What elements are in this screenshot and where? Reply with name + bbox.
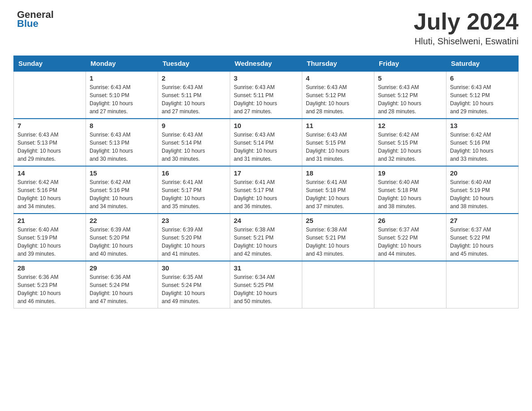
logo-blue-text: Blue [17, 18, 54, 30]
day-info: Sunrise: 6:43 AMSunset: 5:14 PMDaylight:… [234, 131, 298, 163]
day-info: Sunrise: 6:43 AMSunset: 5:13 PMDaylight:… [90, 131, 154, 163]
calendar-cell: 15Sunrise: 6:42 AMSunset: 5:16 PMDayligh… [86, 166, 158, 214]
calendar-cell: 23Sunrise: 6:39 AMSunset: 5:20 PMDayligh… [158, 214, 230, 261]
page-header: General Blue General Blue July 2024 Hlut… [13, 9, 519, 47]
day-info: Sunrise: 6:42 AMSunset: 5:16 PMDaylight:… [17, 178, 82, 210]
calendar-cell: 29Sunrise: 6:36 AMSunset: 5:24 PMDayligh… [86, 261, 158, 308]
day-info: Sunrise: 6:34 AMSunset: 5:25 PMDaylight:… [234, 273, 298, 305]
day-number: 22 [90, 217, 154, 224]
calendar-title: July 2024 [414, 9, 519, 34]
calendar-cell: 20Sunrise: 6:40 AMSunset: 5:19 PMDayligh… [446, 166, 519, 214]
day-number: 2 [162, 74, 226, 82]
day-number: 14 [17, 169, 82, 177]
calendar-cell [14, 71, 86, 119]
day-header-thursday: Thursday [302, 56, 374, 72]
day-info: Sunrise: 6:39 AMSunset: 5:20 PMDaylight:… [90, 226, 154, 258]
logo: General Blue General Blue [13, 9, 54, 30]
day-info: Sunrise: 6:40 AMSunset: 5:19 PMDaylight:… [450, 178, 515, 210]
day-number: 19 [378, 169, 442, 177]
day-header-friday: Friday [374, 56, 446, 72]
day-number: 9 [162, 122, 226, 129]
day-number: 7 [17, 122, 82, 129]
day-number: 1 [90, 74, 154, 82]
calendar-cell [374, 261, 446, 308]
day-number: 16 [162, 169, 226, 177]
calendar-cell: 9Sunrise: 6:43 AMSunset: 5:14 PMDaylight… [158, 119, 230, 166]
calendar-cell: 16Sunrise: 6:41 AMSunset: 5:17 PMDayligh… [158, 166, 230, 214]
day-info: Sunrise: 6:42 AMSunset: 5:15 PMDaylight:… [378, 131, 442, 163]
calendar-cell: 14Sunrise: 6:42 AMSunset: 5:16 PMDayligh… [14, 166, 86, 214]
calendar-cell: 21Sunrise: 6:40 AMSunset: 5:19 PMDayligh… [14, 214, 86, 261]
day-number: 31 [234, 264, 298, 272]
day-info: Sunrise: 6:38 AMSunset: 5:21 PMDaylight:… [306, 226, 370, 258]
day-number: 11 [306, 122, 370, 129]
day-info: Sunrise: 6:43 AMSunset: 5:14 PMDaylight:… [162, 131, 226, 163]
day-header-sunday: Sunday [14, 56, 86, 72]
day-number: 25 [306, 217, 370, 224]
calendar-subtitle: Hluti, Shiselweni, Eswatini [414, 36, 519, 47]
day-header-saturday: Saturday [446, 56, 519, 72]
day-info: Sunrise: 6:41 AMSunset: 5:18 PMDaylight:… [306, 178, 370, 210]
calendar-cell: 18Sunrise: 6:41 AMSunset: 5:18 PMDayligh… [302, 166, 374, 214]
day-info: Sunrise: 6:42 AMSunset: 5:16 PMDaylight:… [90, 178, 154, 210]
calendar-cell: 17Sunrise: 6:41 AMSunset: 5:17 PMDayligh… [230, 166, 302, 214]
calendar-week-row: 21Sunrise: 6:40 AMSunset: 5:19 PMDayligh… [14, 214, 519, 261]
day-number: 10 [234, 122, 298, 129]
day-number: 12 [378, 122, 442, 129]
day-info: Sunrise: 6:43 AMSunset: 5:15 PMDaylight:… [306, 131, 370, 163]
calendar-week-row: 14Sunrise: 6:42 AMSunset: 5:16 PMDayligh… [14, 166, 519, 214]
day-info: Sunrise: 6:40 AMSunset: 5:18 PMDaylight:… [378, 178, 442, 210]
day-number: 17 [234, 169, 298, 177]
calendar-cell: 26Sunrise: 6:37 AMSunset: 5:22 PMDayligh… [374, 214, 446, 261]
day-number: 24 [234, 217, 298, 224]
day-number: 20 [450, 169, 515, 177]
day-info: Sunrise: 6:41 AMSunset: 5:17 PMDaylight:… [162, 178, 226, 210]
title-block: July 2024 Hluti, Shiselweni, Eswatini [414, 9, 519, 47]
calendar-cell: 22Sunrise: 6:39 AMSunset: 5:20 PMDayligh… [86, 214, 158, 261]
day-number: 27 [450, 217, 515, 224]
calendar-cell: 27Sunrise: 6:37 AMSunset: 5:22 PMDayligh… [446, 214, 519, 261]
calendar-week-row: 28Sunrise: 6:36 AMSunset: 5:23 PMDayligh… [14, 261, 519, 308]
calendar-cell: 3Sunrise: 6:43 AMSunset: 5:11 PMDaylight… [230, 71, 302, 119]
calendar-cell: 4Sunrise: 6:43 AMSunset: 5:12 PMDaylight… [302, 71, 374, 119]
calendar-cell [302, 261, 374, 308]
calendar-cell: 2Sunrise: 6:43 AMSunset: 5:11 PMDaylight… [158, 71, 230, 119]
calendar-cell: 31Sunrise: 6:34 AMSunset: 5:25 PMDayligh… [230, 261, 302, 308]
calendar-cell: 13Sunrise: 6:42 AMSunset: 5:16 PMDayligh… [446, 119, 519, 166]
calendar-cell [446, 261, 519, 308]
calendar-cell: 5Sunrise: 6:43 AMSunset: 5:12 PMDaylight… [374, 71, 446, 119]
calendar-cell: 10Sunrise: 6:43 AMSunset: 5:14 PMDayligh… [230, 119, 302, 166]
day-number: 15 [90, 169, 154, 177]
calendar-table: SundayMondayTuesdayWednesdayThursdayFrid… [13, 56, 519, 308]
day-info: Sunrise: 6:38 AMSunset: 5:21 PMDaylight:… [234, 226, 298, 258]
calendar-week-row: 7Sunrise: 6:43 AMSunset: 5:13 PMDaylight… [14, 119, 519, 166]
day-number: 13 [450, 122, 515, 129]
calendar-header-row: SundayMondayTuesdayWednesdayThursdayFrid… [14, 56, 519, 72]
calendar-cell: 30Sunrise: 6:35 AMSunset: 5:24 PMDayligh… [158, 261, 230, 308]
day-info: Sunrise: 6:43 AMSunset: 5:11 PMDaylight:… [234, 83, 298, 116]
day-info: Sunrise: 6:37 AMSunset: 5:22 PMDaylight:… [450, 226, 515, 258]
day-info: Sunrise: 6:43 AMSunset: 5:13 PMDaylight:… [17, 131, 82, 163]
day-number: 4 [306, 74, 370, 82]
calendar-cell: 19Sunrise: 6:40 AMSunset: 5:18 PMDayligh… [374, 166, 446, 214]
day-number: 28 [17, 264, 82, 272]
calendar-cell: 28Sunrise: 6:36 AMSunset: 5:23 PMDayligh… [14, 261, 86, 308]
day-info: Sunrise: 6:43 AMSunset: 5:11 PMDaylight:… [162, 83, 226, 116]
calendar-cell: 11Sunrise: 6:43 AMSunset: 5:15 PMDayligh… [302, 119, 374, 166]
day-info: Sunrise: 6:42 AMSunset: 5:16 PMDaylight:… [450, 131, 515, 163]
day-info: Sunrise: 6:39 AMSunset: 5:20 PMDaylight:… [162, 226, 226, 258]
day-info: Sunrise: 6:43 AMSunset: 5:12 PMDaylight:… [306, 83, 370, 116]
day-info: Sunrise: 6:43 AMSunset: 5:12 PMDaylight:… [378, 83, 442, 116]
day-info: Sunrise: 6:36 AMSunset: 5:23 PMDaylight:… [17, 273, 82, 305]
day-number: 8 [90, 122, 154, 129]
day-number: 5 [378, 74, 442, 82]
day-number: 21 [17, 217, 82, 224]
day-number: 3 [234, 74, 298, 82]
calendar-week-row: 1Sunrise: 6:43 AMSunset: 5:10 PMDaylight… [14, 71, 519, 119]
day-header-monday: Monday [86, 56, 158, 72]
calendar-cell: 8Sunrise: 6:43 AMSunset: 5:13 PMDaylight… [86, 119, 158, 166]
day-number: 30 [162, 264, 226, 272]
day-number: 26 [378, 217, 442, 224]
day-number: 29 [90, 264, 154, 272]
day-number: 6 [450, 74, 515, 82]
